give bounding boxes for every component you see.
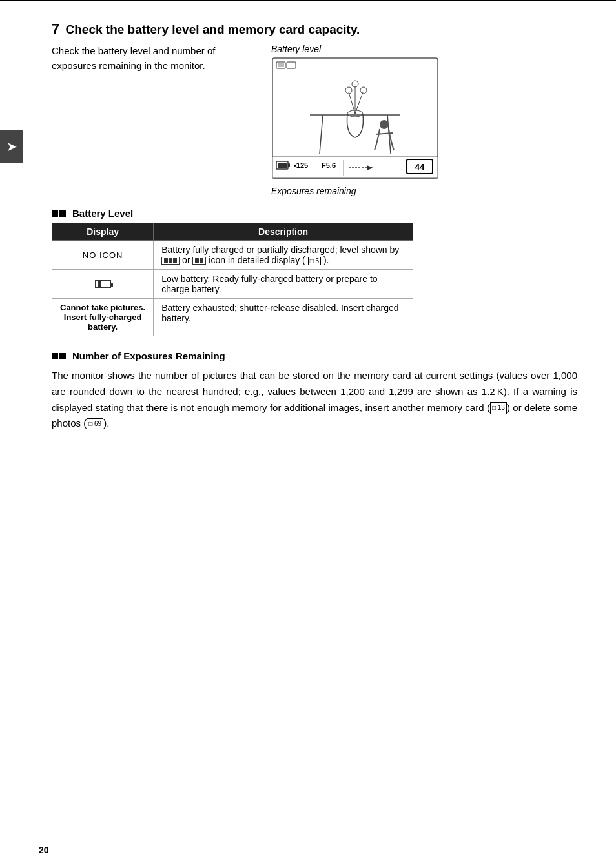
svg-point-14 — [380, 120, 389, 129]
bar2 — [169, 258, 172, 263]
empty-bar1 — [101, 281, 105, 287]
description-cell-1: Battery fully charged or partially disch… — [154, 241, 413, 270]
low-battery-icon — [95, 280, 111, 288]
no-icon-label: NO ICON — [83, 250, 123, 260]
page-number: 20 — [39, 845, 49, 855]
battery-full-icon — [161, 257, 180, 265]
camera-display-area: Battery level — [271, 44, 439, 196]
page: ➤ 7 Check the battery level and memory c… — [0, 0, 616, 868]
description-cell-3: Battery exhausted; shutter-release disab… — [154, 299, 413, 336]
bar1 — [164, 258, 168, 263]
battery-level-heading-text: Battery Level — [72, 208, 133, 219]
battery-tip — [111, 283, 113, 287]
step-heading: 7 Check the battery level and memory car… — [52, 21, 577, 37]
exposures-section: Number of Exposures Remaining The monito… — [52, 350, 577, 432]
exposures-heading-text: Number of Exposures Remaining — [72, 350, 225, 361]
camera-monitor-svg: •125 F5.6 44 — [271, 57, 439, 179]
svg-text:44: 44 — [415, 162, 425, 172]
exposures-remaining-label: Exposures remaining — [271, 186, 356, 196]
col-display: Display — [52, 223, 154, 241]
svg-rect-19 — [278, 163, 287, 168]
intro-text: Check the battery level and number of ex… — [52, 44, 258, 196]
svg-text:F5.6: F5.6 — [322, 161, 336, 169]
battery-level-heading: Battery Level — [52, 208, 577, 219]
ref-box-13: □ 13 — [490, 402, 507, 414]
section-squares-2 — [52, 353, 66, 359]
intro-section: Check the battery level and number of ex… — [52, 44, 577, 196]
empty-bar2 — [105, 281, 108, 287]
exposures-body: The monitor shows the number of pictures… — [52, 368, 577, 432]
camera-monitor-container: •125 F5.6 44 — [271, 57, 439, 182]
table-row: NO ICON Battery fully charged or partial… — [52, 241, 413, 270]
side-tab: ➤ — [0, 130, 23, 163]
display-cell-1: NO ICON — [52, 241, 154, 270]
black-sq-4 — [59, 353, 66, 359]
black-sq-1 — [52, 210, 58, 217]
side-tab-icon: ➤ — [6, 139, 17, 154]
section-squares — [52, 210, 66, 217]
description-cell-2: Low battery. Ready fully-charged battery… — [154, 270, 413, 299]
low-battery-icon-container — [60, 280, 145, 288]
bar-partial — [195, 258, 199, 263]
exposures-heading: Number of Exposures Remaining — [52, 350, 577, 361]
col-description: Description — [154, 223, 413, 241]
battery-level-section: Battery Level Display Description NO ICO… — [52, 208, 577, 336]
ref-box-5: □ 5 — [308, 257, 321, 265]
svg-rect-18 — [288, 163, 290, 167]
step-heading-text: Check the battery level and memory card … — [66, 23, 360, 36]
display-cell-2 — [52, 270, 154, 299]
svg-text:•125: •125 — [294, 161, 308, 169]
battery-partial-icon — [192, 257, 206, 265]
table-row: Low battery. Ready fully-charged battery… — [52, 270, 413, 299]
bar-partial2 — [200, 258, 203, 263]
black-sq-2 — [59, 210, 66, 217]
bar3 — [173, 258, 177, 263]
display-cell-3: Cannot take pictures.Insert fully-charge… — [52, 299, 154, 336]
low-bar — [98, 281, 101, 287]
step-number: 7 — [52, 21, 59, 37]
svg-rect-3 — [278, 63, 284, 67]
table-row: Cannot take pictures.Insert fully-charge… — [52, 299, 413, 336]
battery-level-label: Battery level — [271, 44, 321, 54]
black-sq-3 — [52, 353, 58, 359]
battery-table: Display Description NO ICON Battery full… — [52, 223, 413, 336]
ref-box-69: □ 69 — [87, 418, 103, 430]
